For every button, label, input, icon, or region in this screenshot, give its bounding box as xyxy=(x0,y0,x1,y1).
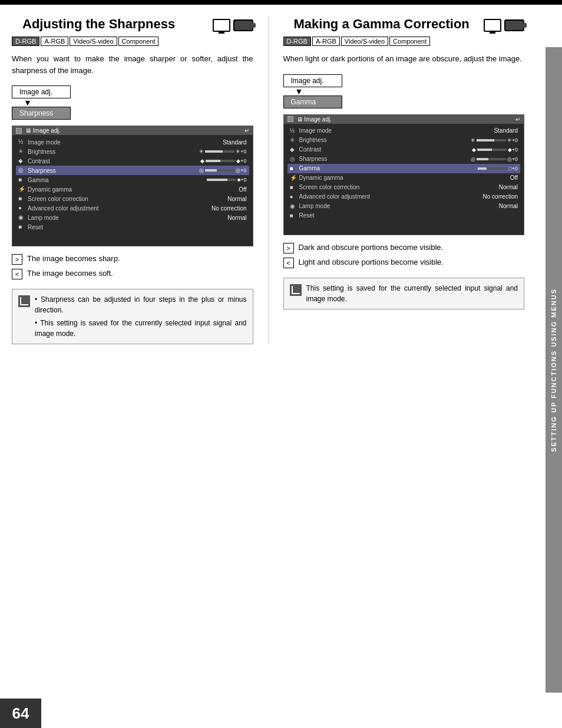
sharpness-icon-right: ◎ xyxy=(290,156,297,163)
right-screenshot-panel: 🖥 Image adj. ↵ ½ Image mode Standard ✳ B… xyxy=(283,114,525,235)
lampmode-value-right: Normal xyxy=(499,203,518,209)
top-bar xyxy=(0,0,562,5)
screencolor-icon-right: ■ xyxy=(290,184,297,191)
panel-spacer-right xyxy=(287,220,521,232)
left-section-title: Adjusting the Sharpness xyxy=(22,17,207,32)
sharpness-bar-left: ◎◎+0 xyxy=(199,167,246,173)
right-projector-icon xyxy=(504,19,524,31)
brightness-track-right xyxy=(477,139,506,141)
lampmode-label-right: Lamp mode xyxy=(299,203,497,209)
left-row-lamp-mode: ◉ Lamp mode Normal xyxy=(16,213,249,222)
left-bullet-greater: > The image becomes sharp. xyxy=(12,253,253,265)
left-tags: D-RGB A-RGB Video/S-video Component xyxy=(12,37,253,46)
imagemode-label-left: Image mode xyxy=(28,139,220,146)
right-tag-component: Component xyxy=(389,37,430,46)
left-panel-body: ½ Image mode Standard ✳ Brightness ✳✳+0 xyxy=(12,135,253,246)
brightness-value-left: ✳✳+0 xyxy=(199,149,246,154)
screencolor-value-left: Normal xyxy=(227,196,246,202)
brightness-track-left xyxy=(205,150,234,153)
right-menu-flow: Image adj. ▼ Gamma xyxy=(283,74,525,108)
less-icon-left: < xyxy=(12,269,22,279)
contrast-track-left xyxy=(206,160,235,162)
contrast-icon-left: ◆ xyxy=(18,157,25,164)
right-section-header: Making a Gamma Correction xyxy=(283,17,525,32)
right-row-brightness: ✳ Brightness ✳✳+0 xyxy=(287,136,521,145)
lampmode-label-left: Lamp mode xyxy=(28,215,225,221)
left-note-bullet-1: • Sharpness can be adjusted in four step… xyxy=(35,294,247,315)
reset-label-right: Reset xyxy=(299,212,516,219)
left-row-brightness: ✳ Brightness ✳✳+0 xyxy=(16,147,249,156)
contrast-fill-left xyxy=(206,160,220,162)
dynamicgamma-value-right: Off xyxy=(510,174,518,181)
reset-label-left: Reset xyxy=(28,224,244,230)
sharpness-track-right xyxy=(477,158,506,160)
left-row-reset: ■ Reset xyxy=(16,222,249,232)
gamma-track-right xyxy=(478,167,507,170)
left-screenshot-panel: 🖥 Image adj. ↵ ½ Image mode Standard ✳ B… xyxy=(12,126,253,246)
right-column: Making a Gamma Correction D-RGB A-RGB Vi… xyxy=(283,17,525,344)
right-panel-close: ↵ xyxy=(515,116,520,123)
dynamicgamma-icon-left: ⚡ xyxy=(18,186,25,193)
imagemode-value-right: Standard xyxy=(494,127,518,134)
side-label: SETTING UP FUNCTIONS USING MENUS xyxy=(546,47,562,693)
right-tags: D-RGB A-RGB Video/S-video Component xyxy=(283,37,525,46)
screencolor-icon-left: ■ xyxy=(18,195,25,202)
screencolor-label-right: Screen color correction xyxy=(299,184,497,190)
sharpness-label-right: Sharpness xyxy=(299,156,468,162)
greater-text-left: The image becomes sharp. xyxy=(27,253,253,264)
advancedcolor-label-right: Advanced color adjustment xyxy=(299,193,481,200)
gamma-bar-right: □+0 xyxy=(478,166,518,172)
brightness-bar-right: ✳✳+0 xyxy=(471,137,518,143)
advancedcolor-value-left: No correction xyxy=(211,205,246,212)
left-description: When you want to make the image sharper … xyxy=(12,53,253,76)
right-row-sharpness: ◎ Sharpness ◎◎+0 xyxy=(287,154,521,164)
contrast-value-left: ◆◆+0 xyxy=(200,158,246,164)
sharpness-value-left: ◎◎+0 xyxy=(199,167,246,173)
sharpness-fill-left xyxy=(205,169,217,172)
lampmode-icon-right: ◉ xyxy=(290,203,297,210)
note-icon-right xyxy=(290,284,302,296)
win-btn-right xyxy=(287,116,293,122)
menu-box-image-adj-right: Image adj. xyxy=(283,74,342,87)
gamma-fill-right xyxy=(478,167,487,170)
sharpness-label-left: Sharpness xyxy=(28,167,197,174)
brightness-label-right: Brightness xyxy=(299,137,468,143)
brightness-bar-left: ✳✳+0 xyxy=(199,149,246,154)
greater-text-right: Dark and obscure portions become visible… xyxy=(299,242,525,253)
right-note-text: This setting is saved for the currently … xyxy=(306,283,518,304)
right-row-advanced-color: ● Advanced color adjustment No correctio… xyxy=(287,192,521,202)
gamma-label-right: Gamma xyxy=(299,165,476,172)
brightness-icon-right: ✳ xyxy=(290,137,297,144)
contrast-bar-left: ◆◆+0 xyxy=(200,158,246,164)
gamma-fill-left xyxy=(207,179,227,181)
brightness-fill-left xyxy=(205,150,223,153)
lampmode-value-left: Normal xyxy=(227,215,246,221)
right-tag-drgb: D-RGB xyxy=(283,37,311,46)
side-label-text: SETTING UP FUNCTIONS USING MENUS xyxy=(550,288,557,452)
left-menu-flow: Image adj. ▼ Sharpness xyxy=(12,85,253,120)
right-row-dynamic-gamma: ⚡ Dynamic gamma Off xyxy=(287,173,521,183)
left-note-bullet-2: • This setting is saved for the currentl… xyxy=(35,318,247,339)
brightness-value-right: ✳✳+0 xyxy=(471,137,518,143)
left-row-gamma: ■ Gamma ■+0 xyxy=(16,175,249,185)
dynamicgamma-label-left: Dynamic gamma xyxy=(28,186,236,193)
greater-icon-left: > xyxy=(12,254,22,265)
right-note-box: This setting is saved for the currently … xyxy=(283,278,525,309)
screencolor-value-right: Normal xyxy=(499,184,518,190)
left-note-box: • Sharpness can be adjusted in four step… xyxy=(12,289,253,344)
left-header-icons xyxy=(213,19,253,32)
screencolor-label-left: Screen color correction xyxy=(28,196,225,202)
panel-spacer-left xyxy=(16,232,249,243)
page-number: 64 xyxy=(0,699,41,728)
reset-icon-left: ■ xyxy=(18,223,25,230)
left-note-content: • Sharpness can be adjusted in four step… xyxy=(35,294,247,339)
right-monitor-icon xyxy=(484,19,501,32)
left-bullet-less: < The image becomes soft. xyxy=(12,268,253,279)
menu-arrow-left: ▼ xyxy=(24,98,32,107)
left-section-header: Adjusting the Sharpness xyxy=(12,17,253,32)
lampmode-icon-left: ◉ xyxy=(18,214,25,221)
imagemode-icon-left: ½ xyxy=(18,139,25,146)
right-header-icons xyxy=(484,19,524,32)
right-note-content: This setting is saved for the currently … xyxy=(306,283,518,304)
dynamicgamma-icon-right: ⚡ xyxy=(290,174,297,182)
